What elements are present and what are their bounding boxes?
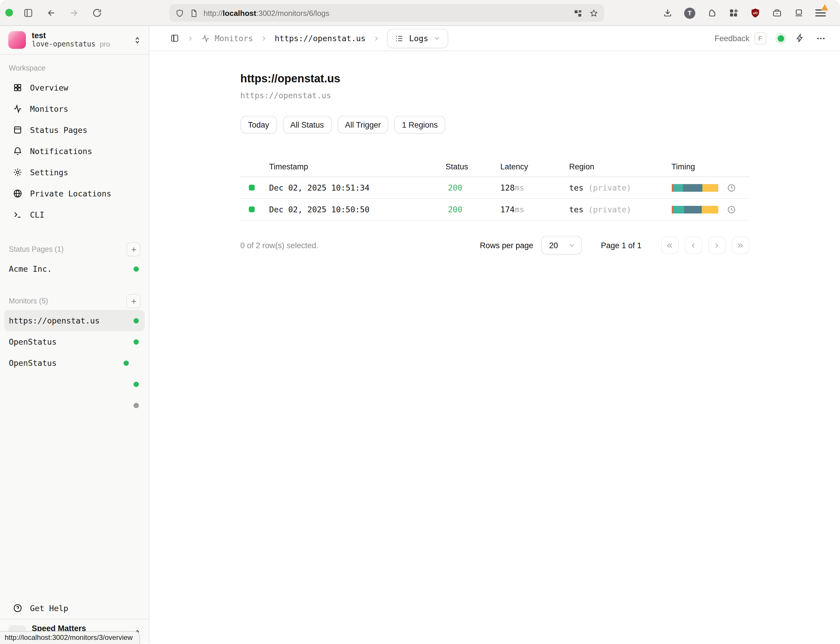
- bookmark-star-icon[interactable]: [589, 8, 598, 17]
- forward-icon[interactable]: [69, 7, 79, 18]
- table-row[interactable]: Dec 02, 2025 10:50:50 200 174ms tes (pri…: [240, 199, 749, 220]
- previous-page-button[interactable]: [684, 237, 702, 254]
- breadcrumb-monitors[interactable]: Monitors: [201, 33, 253, 43]
- ublock-shield-icon[interactable]: uO: [750, 8, 761, 18]
- panel-top-icon: [13, 125, 22, 135]
- cell-status: 200: [440, 205, 495, 214]
- cell-region: tes (private): [564, 183, 667, 192]
- sidebar-monitor-item[interactable]: [4, 373, 145, 394]
- sidebar-monitor-item[interactable]: [4, 394, 145, 416]
- filter-bar: Today All Status All Trigger 1 Regions: [240, 116, 749, 133]
- help-circle-icon: [13, 603, 22, 613]
- panel-left-toggle-icon[interactable]: [170, 33, 179, 43]
- table-footer: 0 of 2 row(s) selected. Rows per page 20…: [240, 236, 749, 255]
- sidebar-monitor-item[interactable]: https://openstat.us: [4, 310, 145, 331]
- page-title: https://openstat.us: [240, 72, 749, 85]
- timing-bar: [671, 184, 718, 191]
- chevron-right-icon: [187, 35, 194, 41]
- picture-in-picture-icon[interactable]: [574, 8, 582, 17]
- sidebar-item-overview[interactable]: Overview: [0, 77, 149, 98]
- timing-segment-connect: [673, 205, 684, 213]
- sidebar-item-status-pages[interactable]: Status Pages: [0, 119, 149, 141]
- clock-icon[interactable]: [727, 183, 736, 192]
- zap-icon[interactable]: [795, 33, 805, 43]
- sidebar-item-notifications[interactable]: Notifications: [0, 141, 149, 162]
- page-subtitle: https://openstat.us: [240, 90, 749, 100]
- column-header-status: Status: [440, 162, 495, 171]
- add-monitor-button[interactable]: [127, 294, 141, 308]
- gear-icon: [13, 168, 22, 177]
- monitors-section-label: Monitors (5): [9, 292, 48, 310]
- pagination: [661, 237, 749, 254]
- status-dot: [133, 381, 139, 387]
- bell-icon: [13, 146, 22, 156]
- sidebar-item-monitors[interactable]: Monitors: [0, 98, 149, 119]
- sidebar-status-page-item[interactable]: Acme Inc.: [4, 258, 145, 279]
- browser-sidebar-toggle-icon[interactable]: [23, 7, 33, 18]
- cell-timestamp: Dec 02, 2025 10:51:34: [264, 183, 440, 192]
- next-page-button[interactable]: [708, 237, 726, 254]
- puzzle-extension-icon[interactable]: [707, 8, 717, 18]
- reload-icon[interactable]: [92, 7, 102, 18]
- containers-icon[interactable]: [772, 8, 782, 18]
- grid-icon: [13, 83, 22, 92]
- clock-icon[interactable]: [727, 205, 736, 214]
- chevron-left-icon: [689, 242, 697, 249]
- sidebar-item-label: Overview: [30, 83, 68, 92]
- system-status-dot[interactable]: [778, 35, 784, 41]
- breadcrumb: Monitors https://openstat.us Logs: [170, 28, 448, 48]
- sidebar-item-label: Settings: [30, 168, 68, 177]
- monitor-label: OpenStatus: [9, 337, 57, 347]
- url-bar[interactable]: http://localhost:3002/monitors/6/logs: [169, 4, 604, 22]
- browser-toolbar: http://localhost:3002/monitors/6/logs T …: [0, 0, 840, 26]
- rows-per-page-select[interactable]: 20: [541, 236, 582, 255]
- downloads-icon[interactable]: [662, 8, 673, 18]
- sidebar-item-settings[interactable]: Settings: [0, 162, 149, 183]
- plus-icon: [130, 297, 137, 305]
- shield-icon[interactable]: [175, 8, 184, 17]
- app-menu-icon[interactable]: [815, 8, 826, 18]
- sidebar-monitor-item[interactable]: OpenStatus: [4, 352, 145, 373]
- column-header-latency: Latency: [495, 162, 564, 171]
- back-icon[interactable]: [46, 7, 56, 18]
- monitor-label: https://openstat.us: [9, 316, 100, 325]
- timing-segment-ttfb: [703, 184, 718, 191]
- sidebar-item-label: CLI: [30, 210, 44, 219]
- timing-segment-ttfb: [702, 205, 718, 213]
- traffic-light-close-button[interactable]: [5, 9, 13, 16]
- feedback-button[interactable]: Feedback F: [714, 32, 766, 44]
- page-info-icon[interactable]: [189, 8, 198, 17]
- table-row[interactable]: Dec 02, 2025 10:51:34 200 128ms tes (pri…: [240, 177, 749, 199]
- first-page-button[interactable]: [661, 237, 679, 254]
- view-selector-button[interactable]: Logs: [387, 28, 448, 48]
- plus-icon: [130, 246, 137, 253]
- get-help-link[interactable]: Get Help: [0, 598, 149, 619]
- filter-trigger-button[interactable]: All Trigger: [337, 116, 388, 133]
- sidebar-item-cli[interactable]: CLI: [0, 204, 149, 225]
- row-status-indicator: [248, 207, 255, 212]
- devices-icon[interactable]: [794, 8, 804, 18]
- filter-date-button[interactable]: Today: [240, 116, 277, 133]
- url-text[interactable]: http://localhost:3002/monitors/6/logs: [204, 8, 574, 17]
- workspace-switcher[interactable]: test love-openstatus pro: [0, 26, 149, 55]
- filter-status-button[interactable]: All Status: [283, 116, 332, 133]
- feedback-label: Feedback: [714, 34, 750, 43]
- last-page-button[interactable]: [732, 237, 749, 254]
- status-dot: [133, 318, 139, 323]
- chevron-down-icon: [568, 242, 575, 249]
- more-options-icon[interactable]: [816, 33, 826, 43]
- status-page-label: Acme Inc.: [9, 264, 52, 273]
- sidebar-monitor-item[interactable]: OpenStatus: [4, 331, 145, 352]
- add-status-page-button[interactable]: [127, 242, 141, 256]
- extensions-menu-icon[interactable]: [728, 8, 739, 18]
- extension-t-icon[interactable]: T: [684, 7, 695, 18]
- sidebar-item-label: Private Locations: [30, 189, 111, 198]
- chevrons-right-icon: [736, 242, 744, 249]
- timing-bar: [671, 205, 718, 213]
- breadcrumb-monitor-name[interactable]: https://openstat.us: [275, 33, 366, 43]
- cell-region: tes (private): [564, 205, 667, 214]
- filter-regions-button[interactable]: 1 Regions: [395, 116, 445, 133]
- extension-badge-letter: T: [688, 10, 692, 16]
- chevrons-up-down-icon: [133, 36, 142, 44]
- sidebar-item-private-locations[interactable]: Private Locations: [0, 183, 149, 204]
